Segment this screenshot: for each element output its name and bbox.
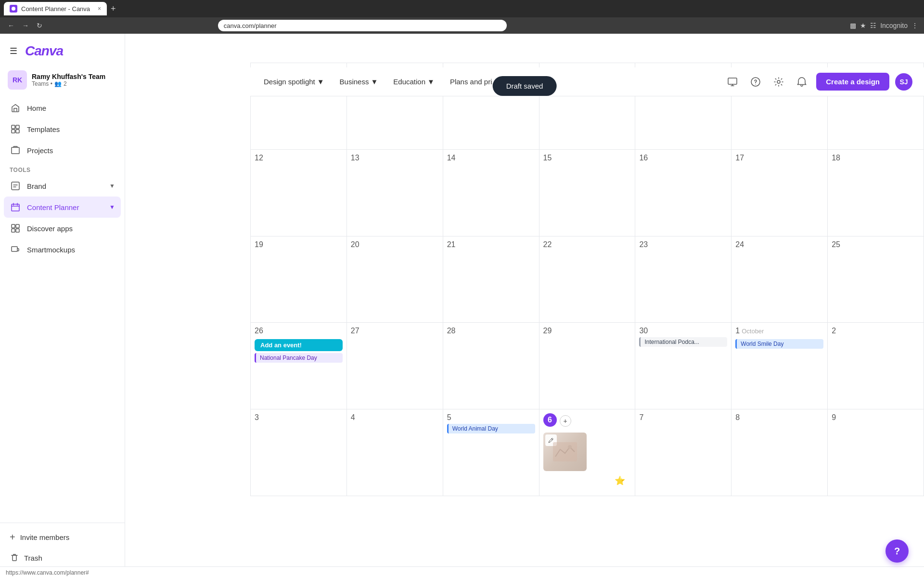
education-menu[interactable]: Education ▼ — [391, 74, 436, 90]
svg-rect-3 — [12, 130, 15, 133]
calendar-cell-oct-4: 4 — [347, 409, 443, 496]
calendar-cell-oct-2: 2 — [828, 323, 924, 409]
tab-close-button[interactable]: × — [98, 5, 101, 12]
plans-menu[interactable]: Plans and pri... — [448, 74, 500, 90]
team-meta: Teams • 👥 2 — [32, 80, 117, 87]
team-name: Ramy Khuffash's Team — [32, 73, 117, 80]
calendar-cell-oct-8: 8 — [732, 409, 828, 496]
day-20: 20 — [351, 240, 439, 249]
browser-actions: ▩ ★ ☷ Incognito ⋮ — [850, 22, 918, 29]
top-nav-right: Create a design SJ — [724, 73, 912, 91]
day-30: 30 — [639, 327, 727, 335]
world-animal-day-event[interactable]: World Animal Day — [447, 424, 535, 434]
day-27: 27 — [351, 327, 439, 335]
international-podcast-event[interactable]: International Podca... — [639, 337, 727, 347]
business-menu[interactable]: Business ▼ — [338, 74, 380, 90]
day-26: 26 — [255, 327, 343, 335]
calendar-cell-oct-3: 3 — [251, 409, 347, 496]
mouse-cursor-icon: ⭐ — [615, 475, 625, 486]
tab-title: Content Planner - Canva — [21, 5, 90, 13]
sidebar-item-smartmockups-label: Smartmockups — [27, 246, 75, 254]
svg-point-18 — [568, 445, 572, 449]
world-smile-day-event[interactable]: World Smile Day — [735, 339, 823, 349]
star-icon[interactable]: ★ — [860, 22, 866, 29]
smartmockups-icon — [10, 244, 21, 255]
incognito-label: Incognito — [880, 22, 908, 29]
sidebar-footer: + Invite members Trash — [0, 523, 125, 572]
browser-tabs: Content Planner - Canva × + — [0, 0, 924, 17]
main-content: Design spotlight ▼ Business ▼ Education … — [125, 34, 924, 578]
sidebar-nav: Home Templates Projects Tools Brand — [0, 97, 125, 523]
october-label: October — [742, 328, 764, 335]
design-spotlight-menu[interactable]: Design spotlight ▼ — [262, 74, 326, 90]
calendar-cell-25: 25 — [828, 236, 924, 323]
new-tab-button[interactable]: + — [111, 4, 116, 14]
settings-icon-button[interactable] — [770, 73, 787, 91]
sidebar-item-home[interactable]: Home — [4, 97, 121, 118]
calendar-cell-30: 30 International Podca... — [635, 323, 732, 409]
sidebar-item-projects[interactable]: Projects — [4, 140, 121, 161]
svg-rect-7 — [12, 204, 19, 211]
active-tab[interactable]: Content Planner - Canva × — [4, 2, 107, 15]
education-chevron-icon: ▼ — [427, 78, 435, 86]
calendar-cell-24: 24 — [732, 236, 828, 323]
calendar-cell-29: 29 — [539, 323, 636, 409]
design-spotlight-chevron-icon: ▼ — [317, 78, 324, 86]
day-13: 13 — [351, 154, 439, 162]
more-menu-icon[interactable]: ⋮ — [911, 22, 918, 29]
brand-chevron-icon: ▼ — [109, 183, 115, 189]
tools-section-label: Tools — [4, 161, 121, 175]
desktop-icon-button[interactable] — [724, 73, 741, 91]
add-event-button[interactable]: Add an event! — [255, 339, 343, 351]
svg-rect-6 — [12, 182, 19, 190]
calendar-cell-18: 18 — [828, 150, 924, 236]
content-planner-icon — [10, 201, 21, 213]
back-button[interactable]: ← — [6, 20, 16, 31]
refresh-button[interactable]: ↻ — [35, 20, 44, 31]
sidebar-item-brand[interactable]: Brand ▼ — [4, 175, 121, 197]
day-14: 14 — [447, 154, 535, 162]
day-19: 19 — [255, 240, 343, 249]
design-thumbnail[interactable] — [543, 433, 587, 471]
person-icon: 👥 — [54, 80, 62, 87]
invite-members-button[interactable]: + Invite members — [4, 527, 121, 548]
sidebar-item-content-planner[interactable]: Content Planner ▼ — [4, 197, 121, 218]
calendar-cell-13: 13 — [347, 150, 443, 236]
calendar-container: International Day of... 12 13 14 — [250, 63, 924, 496]
add-event-plus-button[interactable]: + — [560, 415, 571, 427]
sidebar-item-smartmockups[interactable]: Smartmockups — [4, 239, 121, 260]
help-icon-button[interactable] — [747, 73, 764, 91]
svg-rect-10 — [12, 229, 15, 232]
calendar-cell-21: 21 — [443, 236, 539, 323]
templates-icon — [10, 123, 21, 135]
team-info: Ramy Khuffash's Team Teams • 👥 2 — [32, 73, 117, 87]
canva-logo: Canva — [25, 43, 63, 59]
teams-label: Teams • — [32, 80, 52, 87]
cast-icon[interactable]: ▩ — [850, 22, 856, 29]
forward-button[interactable]: → — [20, 20, 31, 31]
calendar-cell-15: 15 — [539, 150, 636, 236]
sidebar-item-projects-label: Projects — [27, 146, 53, 155]
day-28: 28 — [447, 327, 535, 335]
trash-button[interactable]: Trash — [4, 548, 121, 568]
national-pancake-day-event[interactable]: National Pancake Day — [255, 353, 343, 363]
projects-icon — [10, 144, 21, 156]
user-avatar[interactable]: SJ — [895, 73, 912, 91]
day-29: 29 — [543, 327, 631, 335]
tab-grid-icon[interactable]: ☷ — [870, 22, 876, 29]
svg-rect-13 — [728, 78, 737, 84]
calendar-cell-19: 19 — [251, 236, 347, 323]
address-bar[interactable]: canva.com/planner — [218, 20, 507, 31]
sidebar-item-discover-apps-label: Discover apps — [27, 224, 73, 233]
team-section[interactable]: RK Ramy Khuffash's Team Teams • 👥 2 — [0, 66, 125, 97]
create-design-button[interactable]: Create a design — [816, 73, 889, 91]
notifications-icon-button[interactable] — [793, 73, 810, 91]
svg-rect-11 — [16, 229, 19, 232]
calendar-cell-20: 20 — [347, 236, 443, 323]
calendar-cell-oct-5: 5 World Animal Day — [443, 409, 539, 496]
help-fab-button[interactable]: ? — [886, 539, 909, 563]
menu-toggle-button[interactable]: ☰ — [8, 44, 19, 58]
svg-rect-12 — [12, 247, 17, 251]
sidebar-item-discover-apps[interactable]: Discover apps — [4, 218, 121, 239]
sidebar-item-templates[interactable]: Templates — [4, 118, 121, 140]
